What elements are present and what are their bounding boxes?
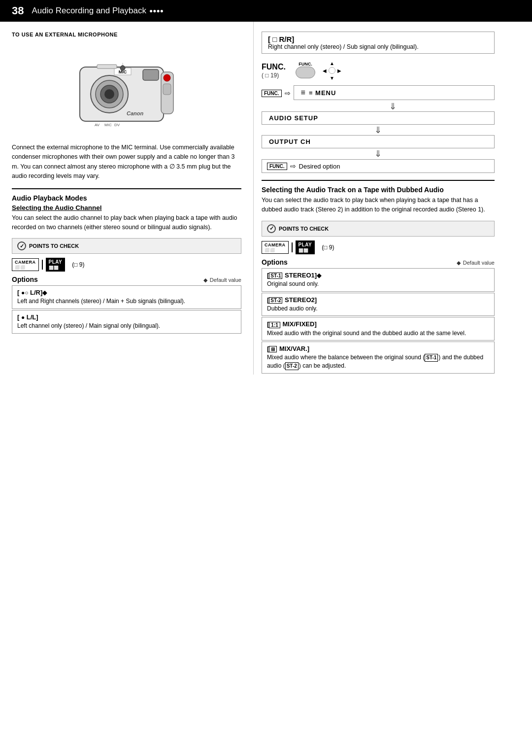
checkmark-icon-left: ✓ <box>17 241 26 250</box>
svg-text:MIC: MIC <box>104 123 112 127</box>
left-column: To Use an External Microphone <box>12 22 253 375</box>
flow-arrow: ⇨ <box>285 89 291 97</box>
option-stereo2-desc: Dubbed audio only. <box>267 305 489 313</box>
func-main-label: FUNC. <box>262 63 286 71</box>
dpad-graphic: ▲ ◀ ▶ ▼ <box>321 60 343 81</box>
desired-option-text: Desired option <box>299 163 340 170</box>
play-badge-left: PLAY ⬜⬜ <box>46 258 66 272</box>
section-divider-1 <box>12 188 241 189</box>
header-dots: ●●●● <box>149 7 164 14</box>
diamond-icon-left: ◆ <box>203 277 207 283</box>
svg-rect-17 <box>163 84 171 95</box>
down-arrow-2: ⇓ <box>262 126 495 135</box>
ref-num-left: (□ 9) <box>72 261 84 268</box>
default-label-right: ◆ Default value <box>457 260 495 266</box>
desired-option-row: FUNC. ⇨ Desired option <box>262 159 495 173</box>
dubbed-section: Selecting the Audio Track on a Tape with… <box>262 186 495 374</box>
svg-point-4 <box>104 89 114 99</box>
page-number: 38 <box>12 4 24 17</box>
dubbed-heading-text: Selecting the Audio Track on a Tape with… <box>262 186 444 194</box>
dubbed-heading: Selecting the Audio Track on a Tape with… <box>262 186 495 194</box>
svg-rect-5 <box>143 69 159 80</box>
option-mix-var-desc: Mixed audio where the balance between th… <box>267 353 489 370</box>
option-mix-var: [⊞ MIX/VAR.] Mixed audio where the balan… <box>262 342 495 374</box>
menu-label: ≡ MENU <box>309 89 336 97</box>
svg-text:Canon: Canon <box>127 110 144 116</box>
option-stereo1: [ST-1 STEREO1]◆ Original sound only. <box>262 268 495 292</box>
svg-point-8 <box>120 66 125 70</box>
options-row-right: Options ◆ Default value <box>262 258 495 266</box>
menu-flow: FUNC. ⇨ ≡ ≡ MENU ⇓ AUDIO SETUP ⇓ OUTPUT … <box>262 85 495 173</box>
rr-box: [ □ R/R] Right channel only (stereo) / S… <box>262 32 495 54</box>
option-lr-title: [ ●○ L/R]◆ <box>17 289 236 296</box>
points-to-check-label-right: POINTS TO CHECK <box>279 226 329 232</box>
rr-title: [ □ R/R] <box>268 35 488 43</box>
st1-ref: ST-1 <box>425 354 438 362</box>
selecting-channel-heading: Selecting the Audio Channel <box>12 204 241 211</box>
camera-badge-right: CAMERA ⬜⬜ <box>262 241 289 254</box>
rr-desc: Right channel only (stereo) / Sub signal… <box>268 43 488 50</box>
option-lr: [ ●○ L/R]◆ Left and Right channels (ster… <box>12 285 241 309</box>
camera-badge-left: CAMERA ⬜⬜ <box>12 258 39 271</box>
camera-label-left: CAMERA <box>15 260 36 265</box>
points-to-check-label-left: POINTS TO CHECK <box>29 243 79 249</box>
audio-playback-body: You can select the audio channel to play… <box>12 213 241 233</box>
option-mix-var-title: [⊞ MIX/VAR.] <box>267 345 489 352</box>
audio-setup-step: AUDIO SETUP <box>262 111 495 125</box>
svg-text:AV: AV <box>95 123 100 127</box>
option-mix-fixed-desc: Mixed audio with the original sound and … <box>267 329 489 338</box>
ext-mic-section: To Use an External Microphone <box>12 32 241 181</box>
svg-text:DV: DV <box>114 123 120 127</box>
options-label-left: Options <box>12 275 38 283</box>
st1-badge: ST-1 <box>269 273 282 279</box>
default-text-right: Default value <box>463 260 495 266</box>
default-text-left: Default value <box>210 277 241 283</box>
mix-var-badge: ⊞ <box>269 346 277 352</box>
flow-arrow-2: ⇨ <box>290 162 296 170</box>
func-section: FUNC. ( □ 19) FUNC. ▲ <box>262 60 495 81</box>
option-ll-title: [ ● L/L] <box>17 313 236 321</box>
option-lr-desc: Left and Right channels (stereo) / Main … <box>17 297 236 306</box>
ref-num-right: (□ 9) <box>322 244 334 251</box>
audio-playback-section: Audio Playback Modes Selecting the Audio… <box>12 194 241 334</box>
func-inline-badge-2: FUNC. <box>267 163 287 170</box>
badge-row-right: CAMERA ⬜⬜ PLAY ⬜⬜ (□ 9) <box>262 241 495 254</box>
points-to-check-box-right: ✓ POINTS TO CHECK <box>262 221 495 237</box>
options-label-right: Options <box>262 258 288 266</box>
camera-svg: MIC AV MIC DV Canon <box>70 42 183 136</box>
svg-point-16 <box>164 74 170 81</box>
option-stereo2-title: [ST-2 STEREO2] <box>267 296 489 304</box>
svg-rect-10 <box>97 65 117 69</box>
page-header: 38 Audio Recording and Playback ●●●● <box>0 0 532 22</box>
main-content: To Use an External Microphone <box>0 22 532 375</box>
diamond-icon-right: ◆ <box>457 260 461 266</box>
menu-icon: ≡ <box>301 88 306 97</box>
func-inline-badge: FUNC. <box>262 90 282 97</box>
audio-playback-heading: Audio Playback Modes <box>12 194 241 202</box>
options-row-left: Options ◆ Default value <box>12 275 241 283</box>
func-ref: ( □ 19) <box>262 72 279 79</box>
badge-separator-right <box>292 242 293 252</box>
ext-mic-heading: To Use an External Microphone <box>12 32 241 37</box>
mix-fixed-badge: 1:1 <box>269 322 280 328</box>
down-arrow-3: ⇓ <box>262 149 495 158</box>
page: 38 Audio Recording and Playback ●●●● To … <box>0 0 532 756</box>
option-ll-desc: Left channel only (stereo) / Main signal… <box>17 322 236 330</box>
option-stereo1-desc: Original sound only. <box>267 280 489 288</box>
camera-label-right: CAMERA <box>265 242 286 247</box>
camera-illustration: MIC AV MIC DV Canon <box>12 42 241 136</box>
down-arrow-1: ⇓ <box>262 102 495 111</box>
option-mix-fixed-title: [1:1 MIX/FIXED] <box>267 320 489 328</box>
ext-mic-body: Connect the external microphone to the M… <box>12 143 241 181</box>
dubbed-body: You can select the audio track to play b… <box>262 196 495 215</box>
func-main: FUNC. ( □ 19) <box>262 63 286 79</box>
func-button-graphic <box>296 67 315 78</box>
badge-separator-left <box>42 260 43 270</box>
st2-badge: ST-2 <box>269 297 282 304</box>
right-column: [ □ R/R] Right channel only (stereo) / S… <box>253 22 495 375</box>
page-title: Audio Recording and Playback <box>32 6 146 16</box>
st2-ref: ST-2 <box>285 362 299 370</box>
play-badge-right: PLAY ⬜⬜ <box>296 241 315 254</box>
option-ll: [ ● L/L] Left channel only (stereo) / Ma… <box>12 310 241 334</box>
badge-row-left: CAMERA ⬜⬜ PLAY ⬜⬜ (□ 9) <box>12 258 241 272</box>
